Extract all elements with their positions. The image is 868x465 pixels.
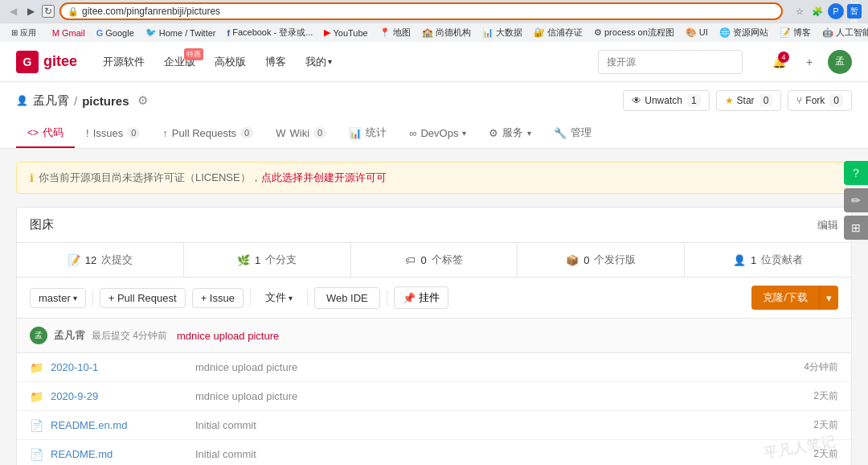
bookmark-youtube[interactable]: ▶ YouTube <box>319 26 372 39</box>
reload-button[interactable]: ↻ <box>42 5 55 18</box>
file-name-3[interactable]: README.en.md <box>51 419 195 431</box>
hot-badge: 特惠 <box>184 48 203 60</box>
nav-mine[interactable]: 我的 ▾ <box>296 42 342 82</box>
apps-grid-icon[interactable]: ⊞ 应用 <box>6 26 41 40</box>
divider3 <box>307 290 308 306</box>
back-button[interactable]: ◀ <box>6 5 19 18</box>
forward-button[interactable]: ▶ <box>24 5 37 18</box>
files-button[interactable]: 文件 ▾ <box>257 287 301 308</box>
releases-value: 0 <box>583 254 589 266</box>
repo-name[interactable]: pictures <box>82 94 129 108</box>
unwatch-count: 1 <box>687 94 701 107</box>
user-avatar[interactable]: 孟 <box>828 50 852 74</box>
commit-meta: 最后提交 4分钟前 <box>92 329 167 343</box>
bookmark-process[interactable]: ⚙ process on流程图 <box>589 25 679 40</box>
tab-pull-requests[interactable]: ↑ Pull Requests 0 <box>151 119 264 148</box>
branch-dropdown-arrow: ▾ <box>73 294 77 302</box>
commit-row: 孟 孟凡霄 最后提交 4分钟前 mdnice upload picture <box>17 319 851 353</box>
fork-count: 0 <box>829 94 843 107</box>
commits-icon: 📝 <box>68 254 80 266</box>
add-button[interactable]: + <box>797 50 821 74</box>
address-bar[interactable]: 🔒 gitee.com/pingfanrenbiji/pictures <box>59 2 783 20</box>
bookmark-ai[interactable]: 🤖 人工智能 <box>817 25 868 40</box>
repo-settings-icon[interactable]: ⚙ <box>137 93 148 108</box>
bookmark-xinpu[interactable]: 🔐 信浦存证 <box>529 25 588 40</box>
bookmark-icon[interactable]: ☆ <box>792 4 807 19</box>
branches-unit: 个分支 <box>265 253 297 267</box>
bookmark-facebook[interactable]: f Facebook - 登录或... <box>223 25 318 40</box>
browser-action-buttons: ☆ 🧩 P 已暂停 <box>792 3 862 19</box>
unwatch-button[interactable]: 👁 Unwatch 1 <box>623 90 709 111</box>
branch-toolbar: master ▾ + Pull Request + Issue 文件 ▾ Web… <box>17 278 851 319</box>
commit-message[interactable]: mdnice upload picture <box>177 330 279 342</box>
tab-code[interactable]: <> 代码 <box>16 119 75 148</box>
releases-stat[interactable]: 📦 0 个发行版 <box>518 243 685 277</box>
tab-issues[interactable]: ! Issues 0 <box>75 119 151 148</box>
pin-button[interactable]: 📌 挂件 <box>394 286 448 309</box>
gitee-logo[interactable]: G gitee <box>16 51 77 73</box>
tab-devops[interactable]: ∞ DevOps ▾ <box>398 119 477 148</box>
extension-icon[interactable]: 🧩 <box>810 4 825 19</box>
chat-button[interactable]: ? <box>844 161 868 185</box>
branches-stat[interactable]: 🌿 1 个分支 <box>184 243 351 277</box>
pr-count: 0 <box>240 127 253 138</box>
bookmark-gmail[interactable]: M Gmail <box>47 27 90 39</box>
edit-side-button[interactable]: ✏ <box>844 188 868 212</box>
devops-icon: ∞ <box>409 127 416 139</box>
divider1 <box>92 290 93 306</box>
edit-button[interactable]: 编辑 <box>817 218 838 232</box>
file-time-1: 4分钟前 <box>774 360 838 374</box>
file-row-3: 📄 README.en.md Initial commit 2天前 <box>17 411 851 440</box>
contributors-stat[interactable]: 👤 1 位贡献者 <box>685 243 851 277</box>
wiki-icon: W <box>276 127 285 139</box>
web-ide-button[interactable]: Web IDE <box>314 287 380 309</box>
file-name-2[interactable]: 2020-9-29 <box>51 390 195 402</box>
tab-wiki[interactable]: W Wiki 0 <box>264 119 338 148</box>
search-input[interactable] <box>598 50 743 74</box>
file-icon-2: 📄 <box>30 448 44 461</box>
search-area <box>598 50 743 74</box>
repo-section-title: 图床 <box>30 217 54 232</box>
tags-stat[interactable]: 🏷 0 个标签 <box>351 243 518 277</box>
bookmark-maps[interactable]: 📍 地图 <box>375 25 416 40</box>
tab-manage[interactable]: 🔧 管理 <box>542 119 603 148</box>
fork-button[interactable]: ⑂ Fork 0 <box>788 90 852 111</box>
tab-services[interactable]: ⚙ 服务 ▾ <box>477 119 542 148</box>
tab-stats[interactable]: 📊 统计 <box>338 119 398 148</box>
star-count: 0 <box>760 94 773 107</box>
bookmark-twitter[interactable]: 🐦 Home / Twitter <box>141 26 221 39</box>
notification-button[interactable]: 🔔 4 <box>767 50 791 74</box>
bookmark-blog[interactable]: 📝 博客 <box>775 25 816 40</box>
star-button[interactable]: ★ Star 0 <box>716 90 782 111</box>
bookmark-google[interactable]: G Google <box>92 27 139 39</box>
file-commit-2: mdnice upload picture <box>195 390 774 402</box>
license-link[interactable]: 点此选择并创建开源许可可 <box>261 171 387 185</box>
commit-avatar: 孟 <box>30 327 47 344</box>
branch-selector[interactable]: master ▾ <box>30 288 86 308</box>
nav-enterprise[interactable]: 企业版 特惠 <box>154 42 205 82</box>
pull-request-button[interactable]: + Pull Request <box>100 288 186 308</box>
profile-icon[interactable]: P <box>828 3 844 19</box>
repo-title-section: 图床 编辑 <box>17 208 851 243</box>
clone-dropdown-button[interactable]: ▾ <box>819 286 838 310</box>
bookmark-ui[interactable]: 🎨 UI <box>681 26 713 39</box>
nav-opensource[interactable]: 开源软件 <box>93 42 154 82</box>
bookmark-bigdata[interactable]: 📊 大数据 <box>477 25 527 40</box>
pause-label[interactable]: 已暂停 <box>847 4 862 19</box>
bookmark-shangde[interactable]: 🏫 尚德机构 <box>417 25 476 40</box>
repo-header: 👤 孟凡霄 / pictures ⚙ 👁 Unwatch 1 ★ Star 0 … <box>0 82 868 149</box>
nav-university[interactable]: 高校版 <box>205 42 256 82</box>
commits-stat[interactable]: 📝 12 次提交 <box>17 243 184 277</box>
eye-icon: 👁 <box>632 95 641 106</box>
clone-download-button[interactable]: 克隆/下载 <box>751 286 819 310</box>
file-name-4[interactable]: README.md <box>51 448 195 460</box>
copy-side-button[interactable]: ⊞ <box>844 216 868 240</box>
license-text1: 你当前开源项目尚未选择许可证（LICENSE）， <box>39 171 261 185</box>
dropdown-arrow: ▾ <box>328 57 332 66</box>
file-name-1[interactable]: 2020-10-1 <box>51 361 195 373</box>
repo-owner[interactable]: 孟凡霄 <box>33 93 69 109</box>
issue-button[interactable]: + Issue <box>192 288 244 308</box>
bookmark-resources[interactable]: 🌐 资源网站 <box>714 25 773 40</box>
warning-icon: ℹ <box>30 172 34 184</box>
nav-blog[interactable]: 博客 <box>256 42 296 82</box>
